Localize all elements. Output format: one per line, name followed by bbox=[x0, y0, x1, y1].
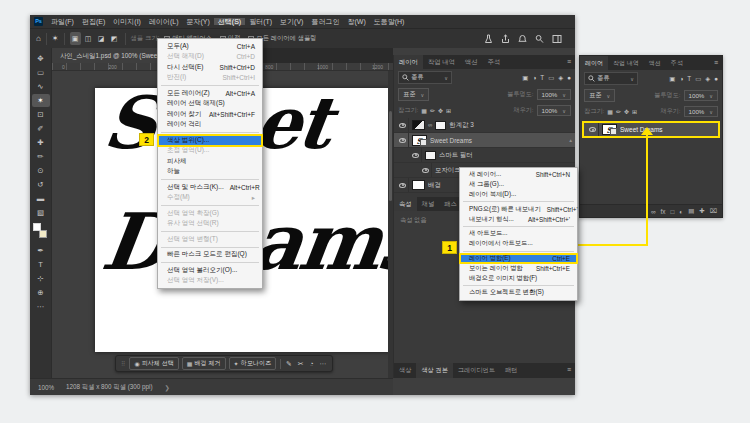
filter-smart-object-icon[interactable]: ◈ bbox=[558, 74, 563, 82]
fill-dropdown[interactable]: 100%∨ bbox=[684, 106, 719, 117]
menu-item-export-as[interactable]: 내보내기 형식... Alt+Shift+Ctrl+' bbox=[460, 214, 577, 224]
menu-window[interactable]: 창(W) bbox=[343, 18, 369, 25]
menu-type[interactable]: 문자(Y) bbox=[182, 18, 213, 25]
lasso-tool[interactable]: ∿ bbox=[32, 80, 50, 93]
layer-row-smart-filters[interactable]: 스마트 필터 bbox=[394, 148, 575, 163]
remove-background-button[interactable]: ▦ 배경 제거 bbox=[182, 357, 226, 370]
filter-type-icon[interactable]: T bbox=[540, 74, 544, 81]
lock-position-icon[interactable]: ✥ bbox=[624, 108, 629, 115]
menu-item-inverse[interactable]: 반전(I) Shift+Ctrl+I bbox=[158, 73, 262, 84]
tab-notes[interactable]: 주석 bbox=[666, 56, 688, 70]
zoom-tool[interactable]: ⊕ bbox=[32, 286, 50, 299]
menu-plugins[interactable]: 플러그인 bbox=[307, 18, 343, 25]
beaker-icon[interactable] bbox=[484, 34, 493, 44]
menu-item-isolate-layers[interactable]: 레이어 격리 bbox=[158, 120, 262, 131]
visibility-toggle[interactable] bbox=[410, 148, 422, 162]
menu-item-new-artboard[interactable]: 새 아트보드... bbox=[460, 229, 577, 239]
menu-item-color-range[interactable]: 색상 범위(C)... bbox=[158, 135, 262, 146]
crop-tool[interactable]: ⊡ bbox=[32, 108, 50, 121]
lock-paint-icon[interactable]: ✏ bbox=[616, 108, 621, 115]
panel-menu-icon[interactable]: ≡ bbox=[563, 363, 575, 378]
gradient-tool[interactable]: ▧ bbox=[32, 206, 50, 219]
menu-item-duplicate-layer[interactable]: 레이어 복제(D)... bbox=[460, 190, 577, 200]
tab-patterns[interactable]: 패턴 bbox=[500, 363, 522, 378]
panel-menu-icon[interactable]: ≡ bbox=[563, 55, 575, 69]
brush-tool[interactable]: ✏ bbox=[32, 150, 50, 163]
hand-tool[interactable]: ⊹ bbox=[32, 272, 50, 285]
tab-color[interactable]: 색상 bbox=[394, 363, 416, 378]
tab-channels[interactable]: 채널 bbox=[417, 197, 440, 211]
tab-history[interactable]: 작업 내역 bbox=[423, 55, 460, 69]
menu-item-merge-layers[interactable]: 레이어 병합(E) Ctrl+E bbox=[460, 254, 577, 264]
menu-filter[interactable]: 필터(T) bbox=[245, 18, 276, 25]
mode-intersect-icon[interactable]: ◩ bbox=[109, 32, 120, 45]
tab-layers[interactable]: 레이어 bbox=[580, 56, 608, 70]
select-subject-button[interactable]: ◉ 피사체 선택 bbox=[129, 357, 178, 370]
opacity-dropdown[interactable]: 100%∨ bbox=[537, 89, 572, 100]
marquee-tool[interactable]: ▭ bbox=[32, 66, 50, 79]
menu-item-convert-smart-object[interactable]: 스마트 오브젝트로 변환(S) bbox=[460, 288, 577, 298]
visibility-toggle[interactable] bbox=[397, 118, 409, 132]
menu-item-transform-selection[interactable]: 선택 영역 변형(T) bbox=[158, 234, 262, 245]
lock-artboard-icon[interactable]: ⊞ bbox=[446, 107, 451, 114]
filter-mask-thumbnail[interactable] bbox=[425, 151, 436, 160]
menu-item-find-layers[interactable]: 레이어 찾기 Alt+Shift+Ctrl+F bbox=[158, 109, 262, 120]
zoom-level[interactable]: 100% bbox=[38, 384, 54, 391]
menu-item-save-selection[interactable]: 선택 영역 저장(V)... bbox=[158, 276, 262, 287]
tab-gradients[interactable]: 그레이디언트 bbox=[453, 363, 500, 378]
menu-item-merge-visible[interactable]: 보이는 레이어 병합 Shift+Ctrl+E bbox=[460, 263, 577, 273]
mask-icon[interactable]: ✎ bbox=[285, 360, 293, 368]
panel-menu-icon[interactable]: ≡ bbox=[710, 56, 722, 70]
menu-item-deselect[interactable]: 선택 해제(D) Ctrl+D bbox=[158, 52, 262, 63]
adjustment-layer-icon[interactable]: ◐ bbox=[679, 208, 683, 215]
filter-toggle-icon[interactable]: ● bbox=[567, 74, 571, 81]
menu-layer[interactable]: 레이어(L) bbox=[145, 18, 183, 25]
layer-thumbnail[interactable]: S bbox=[602, 124, 617, 135]
menu-item-sky[interactable]: 하늘 bbox=[158, 167, 262, 178]
layer-row-threshold[interactable]: ∞ 한계값 3 bbox=[394, 118, 575, 133]
menu-item-similar[interactable]: 유사 영역 선택(R) bbox=[158, 219, 262, 230]
menu-item-all-layers[interactable]: 모든 레이어(Z) Alt+Ctrl+A bbox=[158, 88, 262, 99]
layer-name[interactable]: 배경 bbox=[428, 181, 441, 190]
lock-transparency-icon[interactable]: ▦ bbox=[607, 108, 613, 115]
layer-thumbnail[interactable] bbox=[412, 180, 425, 190]
adjust-icon[interactable]: ◔ bbox=[308, 360, 314, 368]
menu-item-artboard-from-layers[interactable]: 레이어에서 아트보드... bbox=[460, 239, 577, 249]
fill-dropdown[interactable]: 100%∨ bbox=[537, 105, 572, 116]
menu-help[interactable]: 도움말(H) bbox=[370, 18, 409, 25]
menu-item-focus-area[interactable]: 초점 영역(U)... bbox=[158, 146, 262, 157]
layer-filter-search[interactable]: 종류 ∨ bbox=[584, 72, 638, 85]
menu-item-deselect-layers[interactable]: 레이어 선택 해제(S) bbox=[158, 99, 262, 110]
menu-file[interactable]: 파일(F) bbox=[47, 18, 78, 25]
status-chevron-icon[interactable]: ❯ bbox=[165, 384, 170, 391]
link-layers-icon[interactable]: ∞ bbox=[651, 208, 656, 215]
layer-name[interactable]: 한계값 3 bbox=[449, 121, 474, 130]
healing-brush-tool[interactable]: ✚ bbox=[32, 136, 50, 149]
mode-subtract-icon[interactable]: ◪ bbox=[96, 32, 107, 45]
menu-item-quick-mask[interactable]: 빠른 마스크 모드로 편집(Q) bbox=[158, 250, 262, 261]
lock-position-icon[interactable]: ✥ bbox=[438, 107, 443, 114]
menu-item-quick-export-png[interactable]: PNG으(로) 빠른 내보내기 Shift+Ctrl+' bbox=[460, 204, 577, 214]
add-mask-icon[interactable]: □ bbox=[670, 208, 674, 215]
menu-item-load-selection[interactable]: 선택 영역 불러오기(O)... bbox=[158, 265, 262, 276]
tab-history[interactable]: 작업 내역 bbox=[608, 56, 644, 70]
tool-preset-icon[interactable]: ✶ bbox=[52, 34, 59, 43]
edit-toolbar-button[interactable]: ⋯ bbox=[32, 300, 50, 313]
tab-swatches[interactable]: 색상 견본 bbox=[416, 363, 452, 378]
blend-mode-dropdown[interactable]: 표준∨ bbox=[584, 89, 615, 102]
filter-adjustment-icon[interactable]: ◑ bbox=[532, 74, 536, 81]
filter-smart-object-icon[interactable]: ◈ bbox=[705, 75, 710, 83]
tab-layers[interactable]: 레이어 bbox=[394, 55, 423, 69]
layer-filter-search[interactable]: 종류 ∨ bbox=[398, 71, 452, 84]
lock-paint-icon[interactable]: ✏ bbox=[430, 107, 435, 114]
tab-notes[interactable]: 주석 bbox=[482, 55, 505, 69]
menu-item-subject[interactable]: 피사체 bbox=[158, 156, 262, 167]
opacity-dropdown[interactable]: 100%∨ bbox=[684, 90, 719, 101]
menu-item-grow[interactable]: 선택 영역 확장(G) bbox=[158, 208, 262, 219]
filter-pixel-icon[interactable]: ▣ bbox=[669, 75, 675, 83]
home-icon[interactable]: ⌂ bbox=[36, 34, 41, 43]
crop-icon[interactable]: ✂ bbox=[297, 360, 305, 368]
magic-wand-tool[interactable]: ✶ bbox=[32, 94, 50, 107]
menu-item-select-and-mask[interactable]: 선택 및 마스크(K)... Alt+Ctrl+R bbox=[158, 182, 262, 193]
new-group-icon[interactable]: ▤ bbox=[688, 207, 694, 215]
